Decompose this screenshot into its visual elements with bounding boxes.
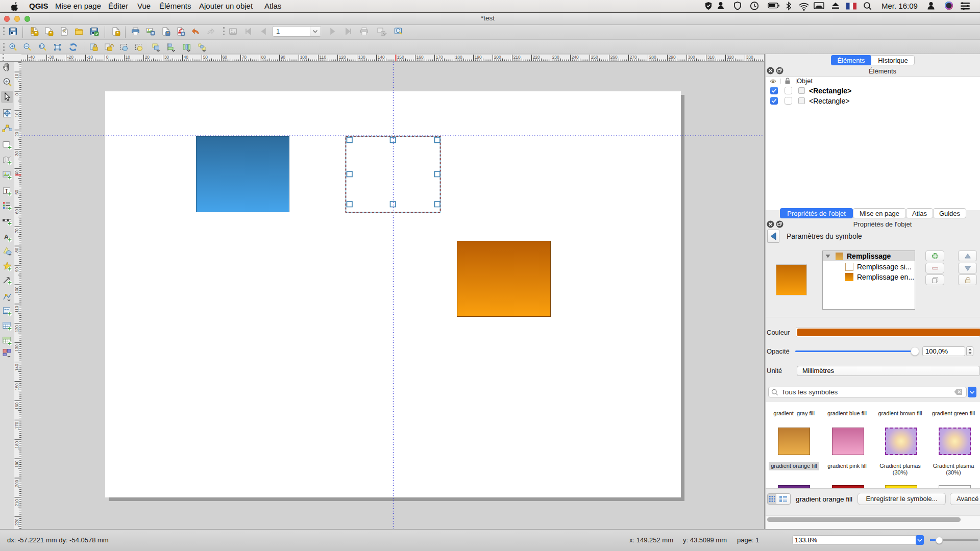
svg-text:130: 130	[358, 55, 365, 60]
svg-text:20: 20	[145, 55, 150, 60]
svg-text:110: 110	[320, 55, 327, 60]
svg-text:-40: -40	[29, 55, 35, 60]
svg-text:170: 170	[436, 55, 443, 60]
svg-text:130: 130	[14, 344, 19, 352]
svg-text:170: 170	[14, 421, 19, 429]
svg-text:50: 50	[203, 55, 208, 60]
svg-text:190: 190	[475, 55, 482, 60]
svg-text:140: 140	[14, 364, 19, 371]
svg-text:80: 80	[14, 247, 19, 253]
svg-text:-10: -10	[14, 73, 19, 80]
svg-text:30: 30	[14, 151, 19, 156]
svg-text:80: 80	[261, 55, 266, 60]
svg-text:50: 50	[14, 190, 19, 195]
svg-text:1:1: 1:1	[40, 44, 44, 47]
svg-text:300: 300	[688, 55, 695, 60]
svg-text:T: T	[5, 188, 9, 194]
svg-text:270: 270	[630, 55, 637, 60]
svg-text:230: 230	[552, 55, 559, 60]
svg-text:240: 240	[572, 55, 579, 60]
svg-text:150: 150	[397, 55, 404, 60]
svg-text:0: 0	[14, 93, 19, 95]
svg-text:190: 190	[14, 460, 19, 467]
svg-text:70: 70	[242, 55, 247, 60]
svg-text:20: 20	[14, 132, 19, 137]
svg-text:290: 290	[669, 55, 676, 60]
svg-text:110: 110	[14, 306, 19, 313]
svg-text:100: 100	[14, 286, 19, 293]
svg-text:10: 10	[126, 55, 131, 60]
svg-text:180: 180	[14, 441, 19, 448]
svg-text:60: 60	[223, 55, 228, 60]
svg-text:210: 210	[513, 55, 521, 60]
svg-text:100: 100	[300, 55, 307, 60]
svg-text:*: *	[50, 31, 52, 36]
svg-text:40: 40	[14, 170, 19, 176]
svg-text:-30: -30	[48, 55, 54, 60]
svg-text:-10: -10	[87, 55, 93, 60]
svg-text:30: 30	[164, 55, 169, 60]
svg-text:200: 200	[494, 55, 501, 60]
svg-text:180: 180	[455, 55, 462, 60]
svg-text:90: 90	[14, 267, 19, 272]
svg-text:220: 220	[533, 55, 540, 60]
svg-text:120: 120	[339, 55, 346, 60]
svg-text:0: 0	[106, 55, 109, 60]
svg-text:260: 260	[610, 55, 618, 60]
svg-text:210: 210	[14, 499, 19, 506]
svg-text:90: 90	[281, 55, 286, 60]
svg-text:320: 320	[727, 55, 734, 60]
svg-text:60: 60	[14, 209, 19, 214]
svg-text:160: 160	[14, 403, 19, 410]
svg-text:120: 120	[14, 325, 19, 332]
svg-text:70: 70	[14, 228, 19, 233]
svg-text:220: 220	[14, 518, 19, 525]
svg-text:150: 150	[14, 383, 19, 390]
svg-text:160: 160	[416, 55, 424, 60]
svg-text:310: 310	[707, 55, 715, 60]
svg-text:330: 330	[746, 55, 753, 60]
svg-text:*: *	[116, 31, 118, 36]
svg-text:200: 200	[14, 480, 19, 487]
svg-text:140: 140	[378, 55, 385, 60]
svg-text:-20: -20	[67, 55, 74, 60]
svg-text:250: 250	[591, 55, 598, 60]
svg-text:10: 10	[14, 112, 19, 117]
svg-text:40: 40	[184, 55, 189, 60]
svg-text:280: 280	[649, 55, 656, 60]
svg-text:*: *	[35, 31, 37, 36]
